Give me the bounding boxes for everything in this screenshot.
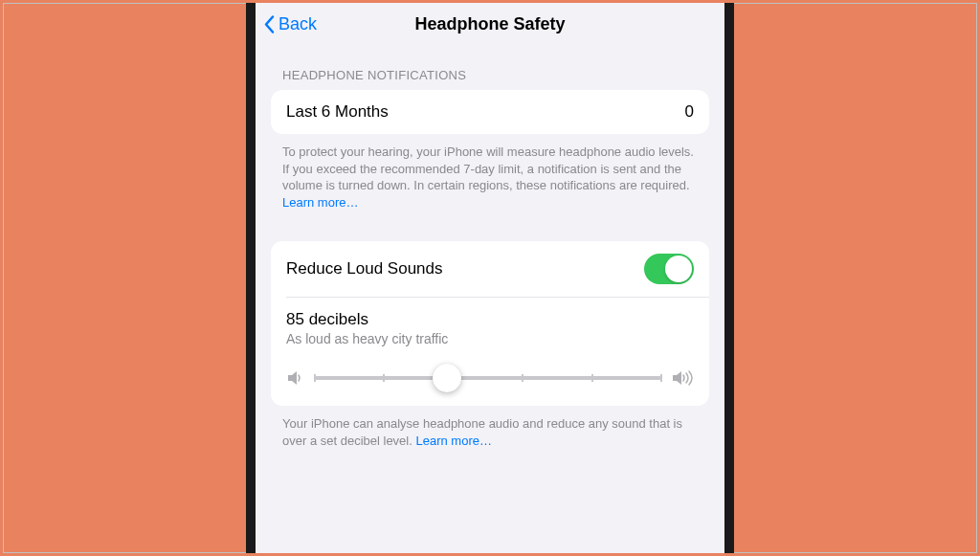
notifications-footer: To protect your hearing, your iPhone wil… <box>271 134 709 211</box>
navbar: Back Headphone Safety <box>256 3 724 45</box>
slider-tick <box>383 374 385 382</box>
learn-more-link[interactable]: Learn more… <box>282 195 358 210</box>
page-frame: Back Headphone Safety HEADPHONE NOTIFICA… <box>3 3 977 553</box>
slider-row <box>286 369 694 387</box>
back-label: Back <box>278 14 317 34</box>
speaker-high-icon <box>671 369 694 387</box>
reduce-group: Reduce Loud Sounds 85 decibels As loud a… <box>271 241 709 406</box>
notifications-group: Last 6 Months 0 <box>271 90 709 134</box>
slider-tick <box>660 374 662 382</box>
back-button[interactable]: Back <box>263 14 317 34</box>
speaker-low-icon <box>286 369 305 387</box>
reduce-section: Reduce Loud Sounds 85 decibels As loud a… <box>271 241 709 449</box>
slider-tick <box>591 374 593 382</box>
page-title: Headphone Safety <box>414 14 565 34</box>
row-label: Last 6 Months <box>286 102 389 122</box>
decibel-cell: 85 decibels As loud as heavy city traffi… <box>271 298 709 406</box>
learn-more-link[interactable]: Learn more… <box>415 434 491 448</box>
slider-thumb[interactable] <box>433 364 461 392</box>
decibel-value: 85 decibels <box>286 310 694 329</box>
reduce-loud-sounds-row: Reduce Loud Sounds <box>271 241 709 297</box>
reduce-footer: Your iPhone can analyse headphone audio … <box>271 406 709 449</box>
reduce-label: Reduce Loud Sounds <box>286 259 443 278</box>
decibel-description: As loud as heavy city traffic <box>286 331 694 346</box>
toggle-knob <box>665 256 692 282</box>
device-screen: Back Headphone Safety HEADPHONE NOTIFICA… <box>246 3 734 553</box>
chevron-left-icon <box>263 14 275 33</box>
reduce-toggle[interactable] <box>644 254 694 284</box>
footer-text: To protect your hearing, your iPhone wil… <box>282 145 694 192</box>
row-value: 0 <box>685 102 694 122</box>
last-6-months-row[interactable]: Last 6 Months 0 <box>271 90 709 134</box>
decibel-slider[interactable] <box>315 376 661 380</box>
slider-tick <box>314 374 316 382</box>
slider-tick <box>522 374 523 382</box>
content: HEADPHONE NOTIFICATIONS Last 6 Months 0 … <box>256 45 724 449</box>
section-header-notifications: HEADPHONE NOTIFICATIONS <box>271 45 709 90</box>
